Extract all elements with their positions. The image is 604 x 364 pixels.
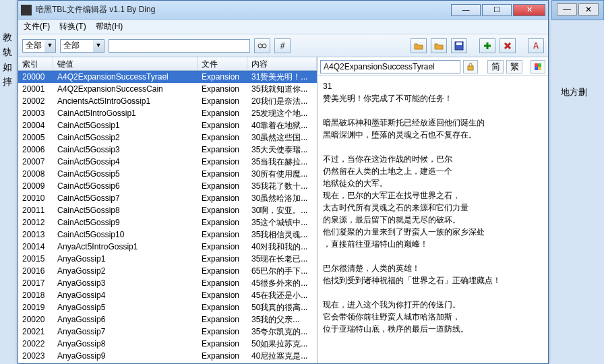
cell-content: 40对我和我的... — [247, 241, 317, 253]
cell-key: CainAct5IntroGossip1 — [53, 109, 198, 118]
menu-help[interactable]: 帮助(H) — [96, 21, 123, 32]
key-field[interactable] — [320, 60, 460, 73]
table-row[interactable]: 20023AnyaGossip9Expansion40尼拉塞克是... — [18, 350, 317, 362]
table-row[interactable]: 20008CainAct5Gossip5Expansion30所有使用魔... — [18, 168, 317, 180]
delete-icon[interactable] — [500, 38, 516, 53]
cell-index: 20000 — [18, 72, 53, 82]
table-row[interactable]: 20000A4Q2ExpansionSuccessTyraelExpansion… — [18, 71, 317, 83]
maximize-button[interactable]: ☐ — [482, 4, 512, 16]
open-folder-icon[interactable] — [411, 38, 427, 53]
cell-content: 35当我在赫拉... — [247, 156, 317, 168]
titlebar: 暗黑TBL文件编辑器 v1.1 By Ding — ☐ ✕ — [18, 1, 548, 20]
cell-index: 20005 — [18, 133, 53, 142]
table-row[interactable]: 20024AnyaGossip10Expansion40我的人民相... — [18, 362, 317, 363]
table-row[interactable]: 20009CainAct5Gossip6Expansion35我花了数十... — [18, 180, 317, 192]
cell-key: AnyaGossip2 — [53, 266, 198, 276]
filter-combo-2[interactable]: 全部▼ — [60, 39, 104, 53]
table-row[interactable]: 20011CainAct5Gossip8Expansion30啊，安亚。... — [18, 204, 317, 216]
traditional-button[interactable]: 繁 — [506, 60, 522, 73]
col-key[interactable]: 键值 — [53, 57, 198, 70]
col-file[interactable]: 文件 — [198, 57, 247, 70]
add-icon[interactable] — [479, 38, 495, 53]
table-row[interactable]: 20010CainAct5Gossip7Expansion30虽然哈洛加... — [18, 192, 317, 204]
col-content[interactable]: 内容 — [247, 57, 317, 70]
simplified-button[interactable]: 简 — [487, 60, 504, 73]
cell-file: Expansion — [198, 351, 247, 361]
table-row[interactable]: 20020AnyaGossip6Expansion35我的父亲... — [18, 313, 317, 326]
cell-content: 40靠着在地狱... — [247, 120, 317, 131]
cell-key: CainAct5Gossip2 — [53, 133, 198, 142]
detail-toolbar: 简 繁 — [318, 57, 548, 76]
table-row[interactable]: 20002AncientsAct5IntroGossip1Expansion20… — [18, 95, 317, 107]
table-row[interactable]: 20004CainAct5Gossip1Expansion40靠着在地狱... — [18, 119, 317, 131]
cell-file: Expansion — [198, 254, 247, 264]
open-folder-2-icon[interactable] — [431, 38, 447, 53]
binoculars-icon[interactable] — [254, 38, 270, 53]
cell-file: Expansion — [198, 315, 247, 324]
table-row[interactable]: 20022AnyaGossip8Expansion50如果拉苏克... — [18, 338, 317, 350]
content-textarea[interactable]: 31 赞美光明！你完成了不可能的任务！ 暗黑破坏神和墨菲斯托已经放逐回他们诞生的… — [318, 76, 548, 363]
cell-file: Expansion — [198, 109, 247, 118]
table-row[interactable]: 20019AnyaGossip5Expansion50我真的很高... — [18, 301, 317, 313]
table-row[interactable]: 20014AnyaAct5IntroGossip1Expansion40对我和我… — [18, 241, 317, 253]
col-index[interactable]: 索引 — [18, 57, 53, 70]
table-row[interactable]: 20021AnyaGossip7Expansion35夸尔凯克的... — [18, 326, 317, 338]
table-row[interactable]: 20006CainAct5Gossip3Expansion35大天使泰瑞... — [18, 144, 317, 156]
cell-content: 50如果拉苏克... — [247, 338, 317, 350]
cell-key: CainAct5Gossip9 — [53, 218, 198, 227]
cell-file: Expansion — [198, 266, 247, 276]
table-row[interactable]: 20013CainAct5Gossip10Expansion35我相信灵魂... — [18, 229, 317, 241]
minimize-button[interactable]: — — [451, 4, 481, 16]
cell-content: 30虽然这些国... — [247, 132, 317, 144]
cell-key: A4Q2ExpansionSuccessTyrael — [53, 72, 198, 82]
cell-file: Expansion — [198, 327, 247, 336]
bg-min-button[interactable]: — — [557, 3, 577, 16]
cell-content: 40我的人民相... — [247, 363, 317, 364]
cell-key: CainAct5Gossip7 — [53, 193, 198, 203]
cell-file: Expansion — [198, 278, 247, 288]
table-row[interactable]: 20015AnyaGossip1Expansion35现在长老已... — [18, 253, 317, 265]
color-picker-icon[interactable] — [531, 60, 545, 73]
filter-combo-1[interactable]: 全部▼ — [22, 39, 56, 53]
menu-file[interactable]: 文件(F) — [24, 21, 50, 32]
font-icon[interactable]: A — [528, 38, 544, 53]
table-row[interactable]: 20003CainAct5IntroGossip1Expansion25发现这个… — [18, 107, 317, 119]
table-row[interactable]: 20016AnyaGossip2Expansion65巴尔的手下... — [18, 265, 317, 277]
bg-close-button[interactable]: ✕ — [578, 3, 599, 16]
table-row[interactable]: 20012CainAct5Gossip9Expansion35这个城镇中... — [18, 216, 317, 229]
menu-convert[interactable]: 转换(T) — [59, 21, 86, 32]
svg-point-1 — [262, 44, 266, 48]
lock-icon[interactable] — [463, 60, 478, 73]
cell-file: Expansion — [198, 242, 247, 251]
table-header: 索引 键值 文件 内容 — [18, 57, 317, 71]
cell-index: 20001 — [18, 84, 53, 94]
menubar: 文件(F) 转换(T) 帮助(H) — [18, 20, 548, 34]
cell-index: 20016 — [18, 266, 53, 276]
cell-index: 20013 — [18, 230, 53, 239]
cell-key: CainAct5Gossip3 — [53, 145, 198, 154]
cell-index: 20017 — [18, 278, 53, 288]
cell-content: 35大天使泰瑞... — [247, 144, 317, 156]
search-input[interactable] — [109, 39, 250, 53]
table-row[interactable]: 20017AnyaGossip3Expansion45很多外来的... — [18, 277, 317, 289]
table-row[interactable]: 20001A4Q2ExpansionSuccessCainExpansion35… — [18, 83, 317, 95]
cell-content: 45很多外来的... — [247, 278, 317, 289]
cell-file: Expansion — [198, 133, 247, 142]
cell-content: 35这个城镇中... — [247, 217, 317, 229]
cell-index: 20002 — [18, 96, 53, 106]
table-row[interactable]: 20018AnyaGossip4Expansion45在我还是小... — [18, 289, 317, 301]
table-row[interactable]: 20007CainAct5Gossip4Expansion35当我在赫拉... — [18, 156, 317, 168]
cell-file: Expansion — [198, 339, 247, 348]
cell-content: 30啊，安亚。... — [247, 205, 317, 216]
hash-button[interactable]: # — [274, 38, 291, 53]
cell-index: 20021 — [18, 327, 53, 336]
cell-content: 45在我还是小... — [247, 290, 317, 301]
cell-file: Expansion — [198, 96, 247, 106]
table-row[interactable]: 20005CainAct5Gossip2Expansion30虽然这些国... — [18, 131, 317, 144]
close-button[interactable]: ✕ — [513, 4, 545, 16]
cell-index: 20019 — [18, 303, 53, 312]
cell-content: 30虽然哈洛加... — [247, 193, 317, 204]
table-pane: 索引 键值 文件 内容 20000A4Q2ExpansionSuccessTyr… — [18, 57, 318, 363]
save-icon[interactable] — [451, 38, 467, 53]
table-body[interactable]: 20000A4Q2ExpansionSuccessTyraelExpansion… — [18, 71, 317, 363]
